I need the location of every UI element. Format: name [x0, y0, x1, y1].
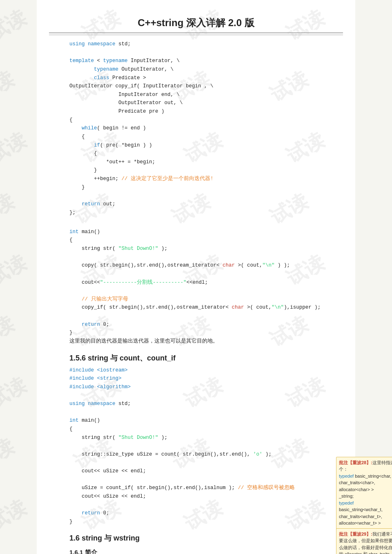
content-area: using namespace std; template < typename…: [37, 40, 355, 554]
note-28-t7: allocator<wchar_t> >: [339, 521, 381, 525]
code-block-1: using namespace std; template < typename…: [69, 40, 331, 217]
page-container: C++string 深入详解 2.0 版 using namespace std…: [37, 0, 355, 554]
page-title: C++string 深入详解 2.0 版: [37, 16, 355, 29]
note-28-typedef1: typedef: [339, 474, 354, 478]
code-block-2: int main() { string str( "Shut DownO!" )…: [69, 219, 331, 345]
section-156-label: 1.5.6 string 与 count、count_if: [69, 354, 176, 362]
code-block-3: #include <iostream> #include <string> #i…: [69, 366, 331, 526]
note-28-t5: basic_string<wchar_t,: [339, 507, 383, 512]
note-28-t2: char_traits<char>,: [339, 480, 375, 485]
section-156-heading: 1.5.6 string 与 count、count_if: [69, 353, 331, 363]
section-161-heading: 1.6.1 简介: [69, 549, 331, 554]
title-underline: [49, 33, 343, 33]
note-28-typedef2: typedef: [339, 501, 354, 505]
note-28-t3: allocator<char> >: [339, 487, 374, 492]
note-29-title: 批注【重波29】:: [339, 532, 372, 536]
note-28-t6: char_traits<wchar_t>,: [339, 514, 382, 519]
note-28-title: 批注【重波28】:: [339, 460, 372, 465]
sidebar-note-29: 批注【重波29】:我们通常不需要这么做，但是如果你想要这么做的话，你最好是特化自…: [336, 528, 392, 554]
section-16-label: 1.6 string 与 wstring: [69, 534, 140, 542]
section-16-heading: 1.6 string 与 wstring: [69, 533, 331, 543]
title-underline2: [49, 35, 343, 35]
note-28-t4: _string;: [339, 494, 354, 498]
section-161-label: 1.6.1 简介: [69, 549, 97, 554]
note-28-t1: basic_string<char,: [354, 474, 391, 478]
sidebar-note-28: 批注【重波28】:这里特指这两个： typedef basic_string<c…: [336, 457, 392, 536]
